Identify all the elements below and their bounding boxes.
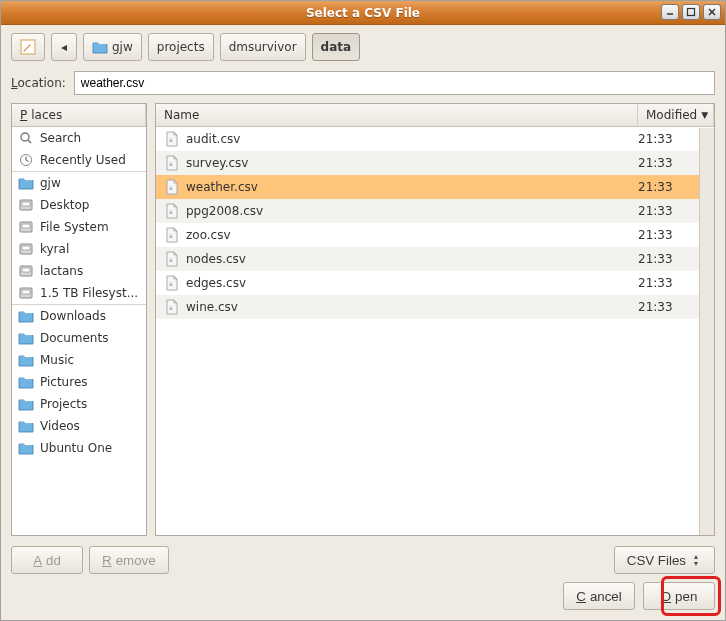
svg-text:a: a bbox=[169, 208, 173, 215]
place-label: 1.5 TB Filesyst... bbox=[40, 286, 138, 300]
close-button[interactable] bbox=[703, 4, 721, 20]
add-bookmark-button[interactable]: Add bbox=[11, 546, 83, 574]
place-label: Ubuntu One bbox=[40, 441, 112, 455]
folder-icon bbox=[18, 352, 34, 368]
maximize-icon bbox=[686, 7, 696, 17]
svg-text:a: a bbox=[169, 304, 173, 311]
file-icon: a bbox=[164, 227, 180, 243]
file-modified: 21:33 bbox=[638, 252, 706, 266]
svg-rect-15 bbox=[22, 246, 30, 250]
place-item[interactable]: Downloads bbox=[12, 304, 146, 327]
place-item[interactable]: File System bbox=[12, 216, 146, 238]
column-modified[interactable]: Modified ▼ bbox=[638, 104, 714, 126]
location-label: Location: bbox=[11, 76, 66, 90]
svg-text:a: a bbox=[169, 184, 173, 191]
disk-icon bbox=[18, 285, 34, 301]
file-row[interactable]: appg2008.csv21:33 bbox=[156, 199, 714, 223]
svg-rect-13 bbox=[22, 224, 30, 228]
svg-rect-1 bbox=[688, 9, 695, 16]
svg-text:a: a bbox=[169, 136, 173, 143]
clock-icon bbox=[18, 152, 34, 168]
place-label: File System bbox=[40, 220, 109, 234]
main-area: Places SearchRecently UsedgjwDesktopFile… bbox=[1, 103, 725, 540]
file-columns-header: Name Modified ▼ bbox=[156, 104, 714, 127]
file-modified: 21:33 bbox=[638, 300, 706, 314]
place-item[interactable]: 1.5 TB Filesyst... bbox=[12, 282, 146, 304]
path-segment-gjw[interactable]: gjw bbox=[83, 33, 142, 61]
file-list: aaudit.csv21:33asurvey.csv21:33aweather.… bbox=[156, 127, 714, 535]
minimize-button[interactable] bbox=[661, 4, 679, 20]
folder-icon bbox=[18, 374, 34, 390]
file-row[interactable]: anodes.csv21:33 bbox=[156, 247, 714, 271]
place-item[interactable]: Ubuntu One bbox=[12, 437, 146, 459]
open-button[interactable]: Open bbox=[643, 582, 715, 610]
place-item[interactable]: Desktop bbox=[12, 194, 146, 216]
file-icon: a bbox=[164, 203, 180, 219]
file-filter-select[interactable]: CSV Files ▲▼ bbox=[614, 546, 715, 574]
file-chooser-window: Select a CSV File ◂ gjwprojectsdmsurvivo… bbox=[0, 0, 726, 621]
place-item[interactable]: Search bbox=[12, 127, 146, 149]
place-item[interactable]: kyral bbox=[12, 238, 146, 260]
svg-text:a: a bbox=[169, 280, 173, 287]
path-back-button[interactable]: ◂ bbox=[51, 33, 77, 61]
file-name: nodes.csv bbox=[186, 252, 632, 266]
file-icon: a bbox=[164, 155, 180, 171]
file-row[interactable]: azoo.csv21:33 bbox=[156, 223, 714, 247]
edit-path-toggle[interactable] bbox=[11, 33, 45, 61]
chevron-left-icon: ◂ bbox=[61, 40, 67, 54]
search-icon bbox=[18, 130, 34, 146]
place-item[interactable]: Videos bbox=[12, 415, 146, 437]
file-modified: 21:33 bbox=[638, 156, 706, 170]
places-header[interactable]: Places bbox=[12, 104, 146, 127]
scrollbar[interactable] bbox=[699, 128, 714, 535]
path-segment-projects[interactable]: projects bbox=[148, 33, 214, 61]
place-item[interactable]: Recently Used bbox=[12, 149, 146, 171]
file-row[interactable]: aaudit.csv21:33 bbox=[156, 127, 714, 151]
location-row: Location: bbox=[1, 65, 725, 103]
file-row[interactable]: asurvey.csv21:33 bbox=[156, 151, 714, 175]
file-icon: a bbox=[164, 275, 180, 291]
file-modified: 21:33 bbox=[638, 180, 706, 194]
disk-icon bbox=[18, 197, 34, 213]
sort-desc-icon: ▼ bbox=[701, 110, 708, 120]
place-label: Videos bbox=[40, 419, 80, 433]
svg-rect-11 bbox=[22, 202, 30, 206]
cancel-button[interactable]: Cancel bbox=[563, 582, 635, 610]
folder-icon bbox=[18, 418, 34, 434]
svg-text:a: a bbox=[169, 160, 173, 167]
place-item[interactable]: gjw bbox=[12, 171, 146, 194]
disk-icon bbox=[18, 241, 34, 257]
place-item[interactable]: Documents bbox=[12, 327, 146, 349]
folder-icon bbox=[92, 39, 108, 55]
file-name: weather.csv bbox=[186, 180, 632, 194]
place-label: Pictures bbox=[40, 375, 88, 389]
minimize-icon bbox=[665, 7, 675, 17]
column-name[interactable]: Name bbox=[156, 104, 638, 126]
file-icon: a bbox=[164, 299, 180, 315]
location-input[interactable] bbox=[74, 71, 715, 95]
bottom-row-2: Cancel Open bbox=[1, 576, 725, 620]
path-segment-dmsurvivor[interactable]: dmsurvivor bbox=[220, 33, 306, 61]
pathbar: ◂ gjwprojectsdmsurvivordata bbox=[1, 25, 725, 65]
place-label: Projects bbox=[40, 397, 87, 411]
place-item[interactable]: lactans bbox=[12, 260, 146, 282]
file-row[interactable]: aedges.csv21:33 bbox=[156, 271, 714, 295]
file-row[interactable]: awine.csv21:33 bbox=[156, 295, 714, 319]
folder-icon bbox=[18, 330, 34, 346]
file-icon: a bbox=[164, 179, 180, 195]
file-row[interactable]: aweather.csv21:33 bbox=[156, 175, 714, 199]
place-item[interactable]: Projects bbox=[12, 393, 146, 415]
places-header-label: Places bbox=[12, 104, 146, 126]
file-icon: a bbox=[164, 251, 180, 267]
titlebar: Select a CSV File bbox=[1, 1, 725, 25]
place-item[interactable]: Music bbox=[12, 349, 146, 371]
place-item[interactable]: Pictures bbox=[12, 371, 146, 393]
bottom-row-1: Add Remove CSV Files ▲▼ bbox=[1, 540, 725, 576]
file-name: zoo.csv bbox=[186, 228, 632, 242]
file-name: audit.csv bbox=[186, 132, 632, 146]
remove-bookmark-button[interactable]: Remove bbox=[89, 546, 169, 574]
file-name: edges.csv bbox=[186, 276, 632, 290]
maximize-button[interactable] bbox=[682, 4, 700, 20]
disk-icon bbox=[18, 263, 34, 279]
path-segment-data[interactable]: data bbox=[312, 33, 361, 61]
